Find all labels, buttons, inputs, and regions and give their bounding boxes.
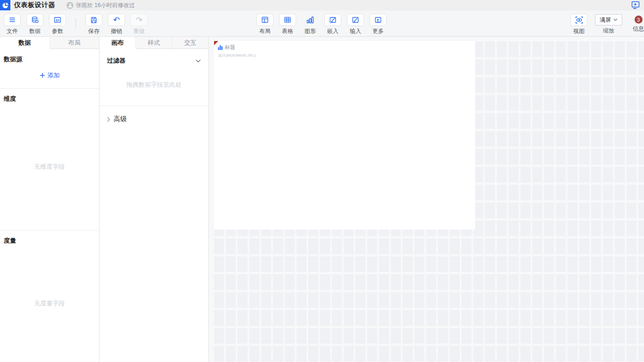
dimensions-empty-hint: 无维度字段: [0, 103, 99, 230]
undo-icon: ↶: [108, 14, 125, 26]
table-button[interactable]: 表格: [277, 14, 298, 35]
bar-chart-icon: [302, 14, 319, 26]
settings-panel-tabs: 画布 样式 交互: [99, 37, 208, 49]
save-button[interactable]: 保存: [83, 14, 104, 35]
pencil-square-icon: [347, 14, 364, 26]
table-icon: [279, 14, 296, 26]
undo-label: 撤销: [111, 27, 122, 35]
preview-button[interactable]: [631, 1, 640, 9]
datasource-header: 数据源: [0, 49, 99, 64]
toolbar-group-left: 文件 数据 x= 参数: [1, 14, 150, 35]
info-button[interactable]: 3 信息: [628, 14, 644, 33]
svg-text:x=: x=: [56, 18, 60, 22]
notification-badge: 3: [635, 16, 643, 24]
chart-widget[interactable]: 标题 总计(M2K5MXB.ZKL): [214, 41, 475, 230]
tab-interaction[interactable]: 交互: [173, 37, 208, 49]
data-panel-tabs: 数据 布局: [0, 37, 99, 49]
app-header: 仪表板设计器 张雨欣 16小时前修改过: [0, 0, 644, 10]
more-play-icon: [370, 14, 387, 26]
data-panel: 数据 布局 数据源 添加 维度 无维度字段 度量 无度量字段: [0, 37, 99, 362]
chevron-right-icon: [107, 117, 110, 122]
chevron-down-icon: [613, 18, 618, 21]
settings-panel: 画布 样式 交互 过滤器 拖拽数据字段至此处 高级: [99, 37, 209, 362]
layout-label: 布局: [259, 27, 271, 35]
filter-dropzone[interactable]: 拖拽数据字段至此处: [99, 65, 208, 105]
database-icon: [26, 14, 43, 26]
measures-header: 度量: [0, 230, 99, 245]
view-button[interactable]: 视图: [569, 14, 589, 35]
undo-button[interactable]: ↶ 撤销: [106, 14, 127, 35]
tab-style[interactable]: 样式: [136, 37, 172, 49]
redo-icon: ↷: [131, 14, 148, 26]
view-label: 视图: [573, 27, 585, 35]
save-label: 保存: [88, 27, 99, 35]
mini-bar-chart-icon: [218, 45, 223, 50]
dimensions-header: 维度: [0, 89, 99, 103]
add-label: 添加: [48, 71, 60, 80]
layout-button[interactable]: 布局: [255, 14, 275, 35]
tab-canvas[interactable]: 画布: [99, 37, 136, 49]
data-button[interactable]: 数据: [25, 14, 45, 35]
chevron-down-icon: [196, 59, 201, 63]
plus-icon: [40, 73, 45, 78]
embed-button[interactable]: 嵌入: [322, 14, 343, 35]
input-button[interactable]: 输入: [345, 14, 366, 35]
data-label: 数据: [29, 27, 41, 35]
add-datasource-button[interactable]: 添加: [0, 71, 99, 80]
dimensions-section: 维度 无维度字段: [0, 89, 99, 230]
toolbar-separator: [75, 18, 76, 28]
more-label: 更多: [372, 27, 384, 35]
pie-chart-icon: [2, 2, 9, 9]
zoom-dropdown[interactable]: 满屏: [595, 14, 622, 25]
toolbar-group-center: 布局 表格 图形: [254, 14, 389, 35]
advanced-label: 高级: [114, 115, 127, 123]
tab-data[interactable]: 数据: [0, 37, 50, 49]
user-name: 张雨欣: [76, 1, 93, 9]
redo-button[interactable]: ↷ 重做: [129, 14, 149, 35]
modified-time: 16小时前修改过: [94, 1, 134, 9]
widget-header: 标题: [218, 44, 235, 51]
file-button[interactable]: 文件: [2, 14, 23, 35]
params-button[interactable]: x= 参数: [47, 14, 68, 35]
main-area: 数据 布局 数据源 添加 维度 无维度字段 度量 无度量字段 画布: [0, 37, 644, 362]
document-meta: 张雨欣 16小时前修改过: [66, 1, 135, 9]
toolbar: 文件 数据 x= 参数: [0, 10, 644, 37]
info-label: 信息: [633, 25, 644, 33]
zoom-value: 满屏: [600, 16, 611, 24]
datasource-section: 数据源 添加: [0, 49, 99, 89]
tab-layout[interactable]: 布局: [50, 37, 99, 49]
toolbar-group-right: 视图 满屏 缩放 3 信息: [568, 14, 644, 35]
parameter-icon: x=: [49, 14, 66, 26]
input-label: 输入: [350, 27, 361, 35]
redo-label: 重做: [133, 27, 145, 35]
app-logo: [0, 0, 10, 10]
file-label: 文件: [7, 27, 18, 35]
filter-section-header[interactable]: 过滤器: [99, 49, 208, 65]
params-label: 参数: [52, 27, 63, 35]
filter-header: 过滤器: [107, 57, 125, 65]
save-icon: [85, 14, 102, 26]
advanced-section-toggle[interactable]: 高级: [99, 106, 208, 132]
chart-button[interactable]: 图形: [300, 14, 321, 35]
menu-icon: [4, 14, 21, 26]
dashboard-canvas[interactable]: 标题 总计(M2K5MXB.ZKL): [209, 37, 644, 362]
avatar: [66, 2, 74, 9]
edit-square-icon: [324, 14, 341, 26]
widget-title: 标题: [225, 44, 235, 51]
eye-focus-icon: [570, 14, 587, 26]
widget-subtitle: 总计(M2K5MXB.ZKL): [218, 53, 256, 58]
screen-play-icon: [631, 1, 640, 9]
table-label: 表格: [282, 27, 293, 35]
chart-label: 图形: [305, 27, 316, 35]
zoom-label: 缩放: [603, 27, 614, 35]
measures-section: 度量 无度量字段: [0, 230, 99, 362]
page-title: 仪表板设计器: [14, 1, 55, 9]
more-button[interactable]: 更多: [368, 14, 388, 35]
measures-empty-hint: 无度量字段: [0, 245, 99, 362]
zoom-control: 满屏 缩放: [591, 14, 626, 35]
embed-label: 嵌入: [327, 27, 339, 35]
layout-icon: [256, 14, 273, 26]
